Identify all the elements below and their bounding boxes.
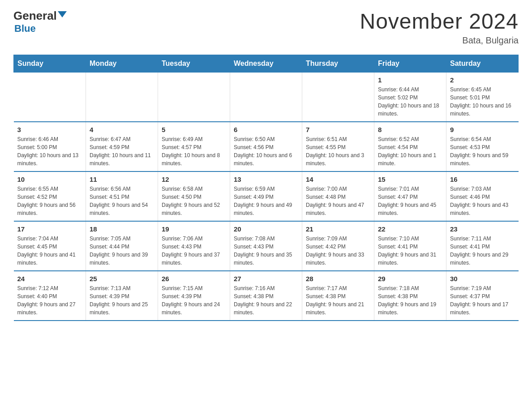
day-info: Sunrise: 7:01 AMSunset: 4:47 PMDaylight:… <box>378 185 442 217</box>
calendar-week-row: 10Sunrise: 6:55 AMSunset: 4:52 PMDayligh… <box>14 171 519 221</box>
day-number: 6 <box>234 126 298 133</box>
calendar-cell: 12Sunrise: 6:58 AMSunset: 4:50 PMDayligh… <box>158 171 230 221</box>
calendar-cell: 9Sunrise: 6:54 AMSunset: 4:53 PMDaylight… <box>446 122 519 171</box>
day-number: 3 <box>17 126 82 133</box>
calendar-cell: 8Sunrise: 6:52 AMSunset: 4:54 PMDaylight… <box>374 122 446 171</box>
day-info: Sunrise: 6:51 AMSunset: 4:55 PMDaylight:… <box>306 135 370 167</box>
day-number: 7 <box>306 126 370 133</box>
calendar-week-row: 17Sunrise: 7:04 AMSunset: 4:45 PMDayligh… <box>14 221 519 271</box>
day-info: Sunrise: 7:12 AMSunset: 4:40 PMDaylight:… <box>17 284 82 317</box>
day-number: 22 <box>378 225 442 233</box>
page-header: General Blue November 2024 Bata, Bulgari… <box>13 9 519 46</box>
day-number: 16 <box>450 176 515 183</box>
day-number: 23 <box>450 225 515 233</box>
day-info: Sunrise: 6:59 AMSunset: 4:49 PMDaylight:… <box>234 185 298 217</box>
calendar-header-row: SundayMondayTuesdayWednesdayThursdayFrid… <box>14 55 519 73</box>
calendar-cell <box>158 73 230 122</box>
day-number: 14 <box>306 176 370 183</box>
day-info: Sunrise: 6:49 AMSunset: 4:57 PMDaylight:… <box>162 135 226 167</box>
calendar-cell: 10Sunrise: 6:55 AMSunset: 4:52 PMDayligh… <box>14 171 86 221</box>
calendar-week-row: 1Sunrise: 6:44 AMSunset: 5:02 PMDaylight… <box>14 73 519 122</box>
calendar-week-row: 24Sunrise: 7:12 AMSunset: 4:40 PMDayligh… <box>14 271 519 321</box>
calendar-cell: 4Sunrise: 6:47 AMSunset: 4:59 PMDaylight… <box>86 122 158 171</box>
day-info: Sunrise: 6:56 AMSunset: 4:51 PMDaylight:… <box>90 185 154 217</box>
day-info: Sunrise: 6:50 AMSunset: 4:56 PMDaylight:… <box>234 135 298 167</box>
day-number: 25 <box>90 275 154 283</box>
day-info: Sunrise: 7:03 AMSunset: 4:46 PMDaylight:… <box>450 185 515 217</box>
calendar-cell: 30Sunrise: 7:19 AMSunset: 4:37 PMDayligh… <box>446 271 519 321</box>
calendar-cell: 29Sunrise: 7:18 AMSunset: 4:38 PMDayligh… <box>374 271 446 321</box>
day-number: 15 <box>378 176 442 183</box>
day-number: 30 <box>450 275 515 283</box>
day-number: 19 <box>162 225 226 233</box>
title-area: November 2024 Bata, Bulgaria <box>360 9 519 46</box>
day-number: 1 <box>378 76 442 84</box>
calendar-cell: 1Sunrise: 6:44 AMSunset: 5:02 PMDaylight… <box>374 73 446 122</box>
day-number: 13 <box>234 176 298 183</box>
calendar-cell: 24Sunrise: 7:12 AMSunset: 4:40 PMDayligh… <box>14 271 86 321</box>
day-info: Sunrise: 7:16 AMSunset: 4:38 PMDaylight:… <box>234 284 298 317</box>
day-number: 24 <box>17 275 82 283</box>
calendar-cell: 20Sunrise: 7:08 AMSunset: 4:43 PMDayligh… <box>230 221 302 271</box>
day-info: Sunrise: 6:54 AMSunset: 4:53 PMDaylight:… <box>450 135 515 167</box>
day-info: Sunrise: 7:04 AMSunset: 4:45 PMDaylight:… <box>17 235 82 267</box>
day-number: 8 <box>378 126 442 133</box>
day-info: Sunrise: 6:44 AMSunset: 5:02 PMDaylight:… <box>378 86 442 118</box>
day-info: Sunrise: 7:15 AMSunset: 4:39 PMDaylight:… <box>162 284 226 317</box>
calendar-cell: 5Sunrise: 6:49 AMSunset: 4:57 PMDaylight… <box>158 122 230 171</box>
calendar-cell: 21Sunrise: 7:09 AMSunset: 4:42 PMDayligh… <box>302 221 374 271</box>
calendar-cell: 13Sunrise: 6:59 AMSunset: 4:49 PMDayligh… <box>230 171 302 221</box>
day-number: 10 <box>17 176 82 183</box>
calendar-cell <box>302 73 374 122</box>
day-number: 2 <box>450 76 515 84</box>
day-number: 11 <box>90 176 154 183</box>
day-number: 4 <box>90 126 154 133</box>
calendar-cell: 2Sunrise: 6:45 AMSunset: 5:01 PMDaylight… <box>446 73 519 122</box>
calendar-cell: 28Sunrise: 7:17 AMSunset: 4:38 PMDayligh… <box>302 271 374 321</box>
logo-triangle-icon <box>58 11 67 17</box>
calendar-cell: 14Sunrise: 7:00 AMSunset: 4:48 PMDayligh… <box>302 171 374 221</box>
day-number: 18 <box>90 225 154 233</box>
day-number: 21 <box>306 225 370 233</box>
day-number: 17 <box>17 225 82 233</box>
calendar-day-header: Wednesday <box>230 55 302 73</box>
calendar-week-row: 3Sunrise: 6:46 AMSunset: 5:00 PMDaylight… <box>14 122 519 171</box>
day-info: Sunrise: 7:11 AMSunset: 4:41 PMDaylight:… <box>450 235 515 267</box>
calendar-cell: 22Sunrise: 7:10 AMSunset: 4:41 PMDayligh… <box>374 221 446 271</box>
day-number: 12 <box>162 176 226 183</box>
day-info: Sunrise: 6:45 AMSunset: 5:01 PMDaylight:… <box>450 86 515 118</box>
logo: General Blue <box>13 9 67 34</box>
day-info: Sunrise: 6:46 AMSunset: 5:00 PMDaylight:… <box>17 135 82 167</box>
day-number: 29 <box>378 275 442 283</box>
calendar-day-header: Sunday <box>14 55 86 73</box>
calendar-day-header: Saturday <box>446 55 519 73</box>
day-info: Sunrise: 7:13 AMSunset: 4:39 PMDaylight:… <box>90 284 154 317</box>
calendar-cell: 18Sunrise: 7:05 AMSunset: 4:44 PMDayligh… <box>86 221 158 271</box>
logo-blue: Blue <box>14 23 36 34</box>
logo-general: General <box>13 9 57 23</box>
calendar-cell <box>230 73 302 122</box>
location: Bata, Bulgaria <box>360 35 519 46</box>
calendar-cell: 23Sunrise: 7:11 AMSunset: 4:41 PMDayligh… <box>446 221 519 271</box>
day-info: Sunrise: 7:06 AMSunset: 4:43 PMDaylight:… <box>162 235 226 267</box>
calendar-cell: 19Sunrise: 7:06 AMSunset: 4:43 PMDayligh… <box>158 221 230 271</box>
day-info: Sunrise: 6:58 AMSunset: 4:50 PMDaylight:… <box>162 185 226 217</box>
calendar-cell <box>14 73 86 122</box>
calendar-cell: 3Sunrise: 6:46 AMSunset: 5:00 PMDaylight… <box>14 122 86 171</box>
day-number: 20 <box>234 225 298 233</box>
calendar-cell: 27Sunrise: 7:16 AMSunset: 4:38 PMDayligh… <box>230 271 302 321</box>
day-info: Sunrise: 6:52 AMSunset: 4:54 PMDaylight:… <box>378 135 442 167</box>
month-title: November 2024 <box>360 9 519 34</box>
day-number: 28 <box>306 275 370 283</box>
day-info: Sunrise: 7:10 AMSunset: 4:41 PMDaylight:… <box>378 235 442 267</box>
calendar-day-header: Friday <box>374 55 446 73</box>
day-info: Sunrise: 7:19 AMSunset: 4:37 PMDaylight:… <box>450 284 515 317</box>
day-number: 27 <box>234 275 298 283</box>
calendar-table: SundayMondayTuesdayWednesdayThursdayFrid… <box>13 55 519 321</box>
day-info: Sunrise: 7:09 AMSunset: 4:42 PMDaylight:… <box>306 235 370 267</box>
day-number: 9 <box>450 126 515 133</box>
day-info: Sunrise: 7:08 AMSunset: 4:43 PMDaylight:… <box>234 235 298 267</box>
calendar-cell: 11Sunrise: 6:56 AMSunset: 4:51 PMDayligh… <box>86 171 158 221</box>
day-info: Sunrise: 6:47 AMSunset: 4:59 PMDaylight:… <box>90 135 154 167</box>
day-info: Sunrise: 7:00 AMSunset: 4:48 PMDaylight:… <box>306 185 370 217</box>
